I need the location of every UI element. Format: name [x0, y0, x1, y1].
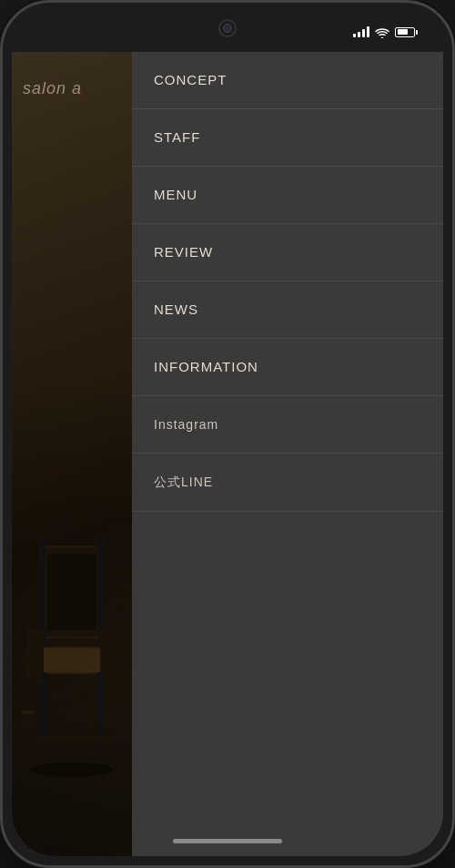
screen: salon a — [12, 12, 443, 856]
svg-rect-10 — [35, 738, 108, 743]
svg-rect-9 — [96, 672, 104, 745]
menu-item-staff[interactable]: STAFF — [132, 109, 443, 167]
chair-illustration — [21, 528, 123, 783]
menu-item-label-menu: MENU — [154, 187, 197, 202]
menu-item-label-concept: CONCEPT — [154, 72, 227, 87]
svg-rect-13 — [25, 714, 27, 741]
menu-item-label-staff: STAFF — [154, 129, 200, 145]
signal-icon — [353, 26, 369, 37]
content-area: salon a — [12, 52, 443, 856]
svg-rect-1 — [47, 554, 96, 630]
menu-item-label-information: INFORMATION — [154, 359, 258, 374]
salon-logo-text: salon a — [23, 79, 82, 98]
menu-item-line[interactable]: 公式LINE — [132, 454, 443, 512]
menu-item-news[interactable]: NEWS — [132, 281, 443, 339]
menu-item-label-line: 公式LINE — [154, 475, 213, 489]
home-indicator — [173, 839, 282, 843]
wifi-icon — [375, 26, 389, 37]
background-panel: salon a — [12, 52, 132, 856]
menu-item-information[interactable]: INFORMATION — [132, 339, 443, 396]
menu-panel: CONCEPTSTAFFMENUREVIEWNEWSINFORMATIONIns… — [132, 52, 443, 856]
menu-item-label-review: REVIEW — [154, 244, 213, 260]
menu-item-concept[interactable]: CONCEPT — [132, 52, 443, 109]
svg-rect-5 — [33, 648, 111, 672]
camera-notch — [218, 19, 237, 37]
svg-rect-12 — [22, 710, 35, 714]
menu-item-instagram[interactable]: Instagram — [132, 396, 443, 454]
menu-item-label-instagram: Instagram — [154, 417, 218, 432]
phone-frame: salon a — [0, 0, 455, 868]
status-icons — [353, 26, 418, 37]
svg-rect-7 — [100, 628, 116, 679]
menu-item-menu[interactable]: MENU — [132, 167, 443, 224]
svg-rect-6 — [27, 628, 44, 679]
svg-rect-8 — [40, 672, 47, 745]
menu-item-label-news: NEWS — [154, 301, 198, 317]
svg-point-11 — [31, 762, 113, 777]
svg-rect-14 — [29, 714, 32, 741]
menu-item-review[interactable]: REVIEW — [132, 224, 443, 281]
battery-icon — [395, 27, 418, 37]
